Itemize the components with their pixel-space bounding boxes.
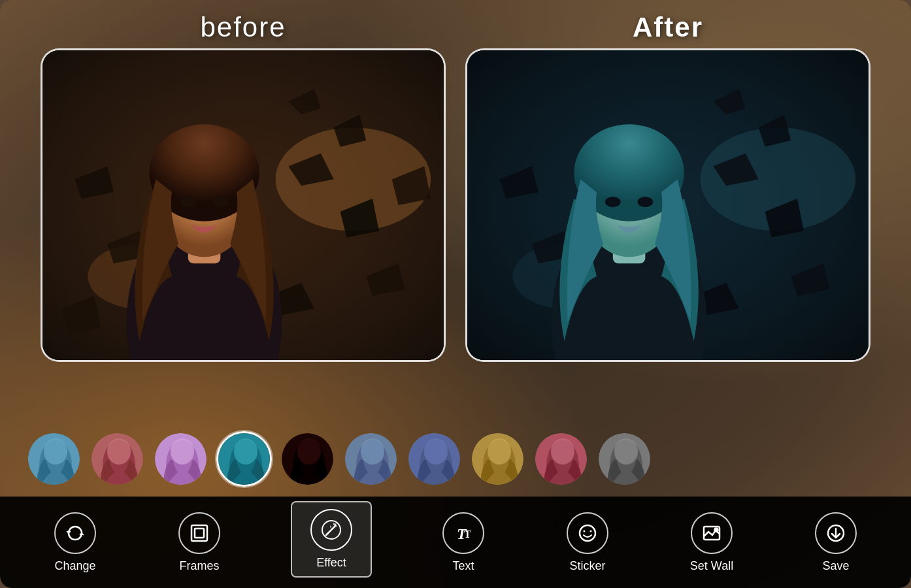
effect-label: Effect: [316, 556, 346, 570]
effect-tool[interactable]: Effect: [291, 501, 372, 578]
svg-point-61: [488, 438, 511, 465]
after-label: After: [633, 12, 703, 43]
svg-point-84: [715, 528, 718, 531]
app-container: before: [0, 0, 911, 588]
filter-thumb-7[interactable]: [406, 431, 462, 487]
frames-tool[interactable]: Frames: [167, 507, 232, 578]
filters-section: [0, 421, 911, 497]
save-label: Save: [822, 559, 849, 573]
main-area: before: [0, 0, 911, 588]
change-tool[interactable]: Change: [42, 507, 108, 578]
svg-line-75: [335, 524, 336, 525]
svg-point-49: [234, 438, 257, 465]
after-photo-frame: [465, 48, 870, 362]
text-label: Text: [452, 559, 474, 573]
svg-point-64: [551, 438, 574, 465]
save-icon: [815, 512, 857, 554]
svg-point-19: [212, 197, 228, 207]
filter-thumb-8[interactable]: [470, 431, 525, 487]
frames-label: Frames: [179, 559, 219, 573]
change-label: Change: [54, 559, 95, 573]
svg-rect-68: [191, 525, 207, 541]
filter-thumb-1[interactable]: [26, 431, 82, 487]
svg-rect-69: [195, 529, 204, 538]
before-photo-frame: [41, 48, 446, 362]
save-tool[interactable]: Save: [803, 507, 869, 578]
before-panel: before: [41, 12, 446, 362]
svg-text:T: T: [464, 529, 471, 540]
svg-point-37: [637, 197, 653, 207]
filter-thumb-9[interactable]: [533, 431, 589, 487]
svg-line-72: [326, 534, 327, 535]
effect-icon: [310, 509, 352, 551]
filter-thumb-5[interactable]: [280, 431, 335, 487]
filter-thumb-2[interactable]: [90, 431, 145, 487]
after-photo: [467, 50, 869, 360]
frames-icon: [178, 512, 220, 554]
svg-point-43: [107, 438, 131, 465]
toolbar: Change Frames: [0, 497, 911, 588]
setwall-label: Set Wall: [690, 559, 733, 573]
before-label: before: [200, 12, 286, 43]
sticker-tool[interactable]: Sticker: [555, 507, 620, 578]
svg-point-80: [580, 525, 595, 541]
svg-point-81: [584, 530, 586, 532]
text-icon: T T: [442, 512, 484, 554]
svg-point-36: [605, 197, 621, 207]
filter-thumb-4[interactable]: [216, 431, 272, 487]
svg-point-52: [297, 438, 321, 465]
setwall-icon: [691, 512, 733, 554]
change-icon: [54, 512, 96, 554]
text-tool[interactable]: T T Text: [431, 507, 496, 578]
svg-line-71: [327, 526, 335, 534]
after-panel: After: [465, 12, 870, 362]
filter-thumb-6[interactable]: [343, 431, 399, 487]
svg-point-55: [361, 438, 384, 465]
svg-point-40: [44, 438, 67, 465]
sticker-label: Sticker: [569, 559, 605, 573]
svg-point-46: [171, 438, 194, 465]
svg-point-18: [180, 197, 196, 207]
sticker-icon: [567, 512, 608, 554]
svg-point-67: [614, 438, 638, 465]
filter-thumb-10[interactable]: [597, 431, 652, 487]
comparison-section: before: [0, 0, 911, 421]
svg-point-58: [424, 438, 448, 465]
filter-thumb-3[interactable]: [153, 431, 208, 487]
before-photo: [42, 50, 444, 360]
setwall-tool[interactable]: Set Wall: [679, 507, 744, 578]
svg-point-82: [590, 530, 592, 532]
